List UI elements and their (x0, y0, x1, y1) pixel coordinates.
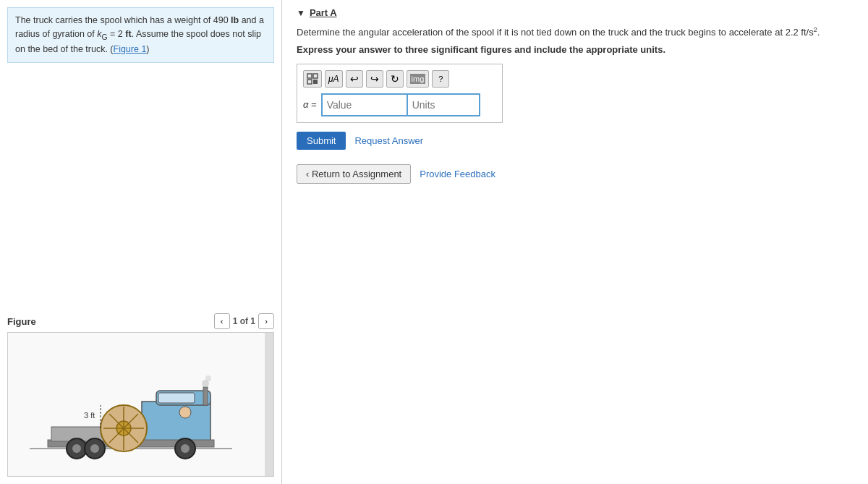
svg-rect-3 (158, 393, 195, 403)
value-input[interactable] (321, 93, 408, 116)
action-row: Submit Request Answer (297, 132, 854, 150)
figure-scrollbar[interactable] (265, 333, 273, 476)
figure-link[interactable]: Figure 1 (114, 44, 147, 54)
matrix-icon (307, 73, 318, 85)
part-header: ▼ Part A (297, 7, 854, 18)
alpha-label: α = (303, 99, 317, 110)
provide-feedback-link[interactable]: Provide Feedback (420, 169, 495, 179)
truck-svg: 3 ft (8, 333, 239, 470)
return-to-assignment-button[interactable]: ‹ Return to Assignment (297, 164, 411, 184)
svg-point-18 (72, 444, 81, 453)
figure-nav: ‹ 1 of 1 › (214, 313, 274, 329)
figure-prev-button[interactable]: ‹ (214, 313, 230, 329)
bold-instruction: Express your answer to three significant… (297, 44, 854, 55)
answer-toolbar: μA ↩ ↪ ↻ img ? (303, 70, 496, 88)
request-answer-link[interactable]: Request Answer (354, 135, 423, 146)
svg-text:3 ft: 3 ft (84, 411, 95, 420)
undo-button[interactable]: ↩ (346, 70, 363, 88)
input-row: α = (303, 93, 496, 116)
answer-box: μA ↩ ↪ ↻ img ? α = (297, 64, 503, 123)
svg-point-4 (179, 407, 191, 418)
refresh-icon: ↻ (391, 73, 399, 85)
refresh-button[interactable]: ↻ (386, 70, 404, 88)
figure-header: Figure ‹ 1 of 1 › (7, 310, 274, 332)
figure-image-area: 3 ft (7, 332, 274, 477)
question-text: Determine the angular acceleration of th… (297, 25, 854, 40)
help-icon: ? (438, 75, 443, 83)
svg-rect-27 (313, 80, 318, 84)
image-icon: img (410, 74, 426, 84)
units-input[interactable] (408, 93, 480, 116)
figure-page-indicator: 1 of 1 (233, 316, 255, 326)
svg-point-20 (90, 444, 99, 453)
matrix-button[interactable] (303, 70, 322, 88)
figure-next-button[interactable]: › (258, 313, 274, 329)
svg-rect-26 (307, 80, 312, 84)
svg-rect-25 (313, 74, 318, 78)
figure-label: Figure (7, 316, 36, 327)
submit-button[interactable]: Submit (297, 132, 346, 150)
part-arrow-icon: ▼ (297, 8, 305, 18)
part-title: Part A (310, 7, 337, 18)
help-button[interactable]: ? (432, 70, 449, 88)
svg-rect-1 (142, 402, 210, 445)
undo-icon: ↩ (350, 73, 359, 85)
svg-rect-21 (203, 387, 208, 405)
svg-rect-24 (307, 74, 312, 78)
mu-label: μA (328, 74, 339, 84)
svg-point-16 (181, 444, 190, 453)
svg-point-23 (205, 375, 211, 381)
image-button[interactable]: img (407, 70, 430, 88)
redo-button[interactable]: ↪ (366, 70, 383, 88)
bottom-row: ‹ Return to Assignment Provide Feedback (297, 164, 854, 184)
redo-icon: ↪ (370, 73, 379, 85)
right-panel: ▼ Part A Determine the angular accelerat… (282, 0, 868, 484)
problem-description: The truck carries the spool which has a … (7, 7, 274, 63)
left-panel: The truck carries the spool which has a … (0, 0, 282, 484)
figure-section: Figure ‹ 1 of 1 › (7, 310, 274, 477)
symbol-button[interactable]: μA (325, 70, 343, 88)
